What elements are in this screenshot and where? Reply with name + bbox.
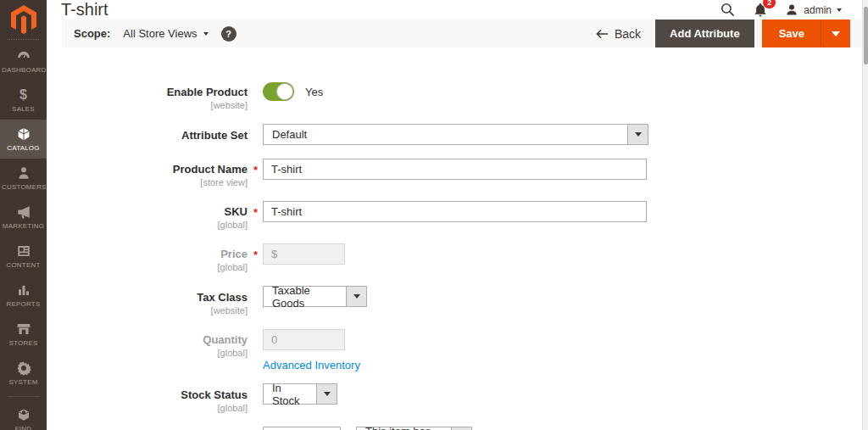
sidebar-item-label: CUSTOMERS xyxy=(2,183,45,192)
tax-class-select[interactable]: Taxable Goods xyxy=(263,286,367,307)
sidebar-item-label: FIND PARTNERS & EXTENSIONS xyxy=(2,425,45,430)
user-avatar-icon xyxy=(785,3,798,17)
sidebar-item-label: SYSTEM xyxy=(2,378,45,387)
chevron-down-icon xyxy=(837,8,842,12)
field-label: Stock Status [global] xyxy=(47,383,263,413)
scope-value: All Store Views xyxy=(123,27,197,40)
sidebar-item-marketing[interactable]: MARKETING xyxy=(0,198,47,237)
scope-note: [global] xyxy=(47,403,248,413)
page-actions-bar: Scope: All Store Views ? Back Add Attrib… xyxy=(62,20,862,47)
sidebar-item-customers[interactable]: CUSTOMERS xyxy=(0,159,47,198)
sidebar-item-reports[interactable]: REPORTS xyxy=(0,276,47,315)
sidebar-item-stores[interactable]: STORES xyxy=(0,315,47,354)
advanced-inventory-link[interactable]: Advanced Inventory xyxy=(263,359,360,371)
toggle-state-label: Yes xyxy=(305,86,323,98)
sidebar-divider xyxy=(8,396,39,397)
stores-icon xyxy=(2,321,45,337)
field-label: Enable Product [website] xyxy=(47,81,263,110)
sidebar: DASHBOARD $ SALES CATALOG CUSTOMERS MARK… xyxy=(0,0,47,430)
scope-note: [global] xyxy=(47,348,248,358)
magento-logo[interactable] xyxy=(0,0,47,39)
sidebar-item-sales[interactable]: $ SALES xyxy=(0,81,47,120)
save-button[interactable]: Save xyxy=(763,20,821,47)
toggle-knob xyxy=(276,83,293,100)
sidebar-item-label: CATALOG xyxy=(2,144,45,153)
product-form: Enable Product [website] Yes Attribute S… xyxy=(47,47,862,430)
weight-type-select[interactable]: This item has weight xyxy=(356,427,472,430)
quantity-row: Quantity [global] 0 Advanced Inventory xyxy=(47,329,862,371)
quantity-input: 0 xyxy=(263,329,345,350)
price-row: Price [global] * $ xyxy=(47,243,862,272)
sidebar-item-label: REPORTS xyxy=(2,300,45,309)
quantity-label: Quantity xyxy=(47,333,248,346)
sales-icon: $ xyxy=(2,87,45,103)
gear-icon xyxy=(2,360,45,376)
back-button[interactable]: Back xyxy=(596,27,641,41)
scope-note: [website] xyxy=(47,100,248,110)
dashboard-icon xyxy=(2,48,45,64)
sidebar-item-content[interactable]: CONTENT xyxy=(0,237,47,276)
required-asterisk: * xyxy=(253,206,258,219)
field-label: SKU [global] * xyxy=(47,201,263,230)
field-label: Attribute Set xyxy=(47,124,263,145)
chevron-down-icon xyxy=(203,32,209,36)
sidebar-item-label: SALES xyxy=(2,105,45,114)
reports-icon xyxy=(2,282,45,298)
field-label: Price [global] * xyxy=(47,243,263,272)
scope-label: Scope: xyxy=(74,27,110,40)
enable-product-toggle[interactable] xyxy=(263,82,294,101)
admin-user-menu[interactable]: admin xyxy=(785,3,842,17)
select-value: Default xyxy=(264,125,627,144)
page-scrollbar[interactable] xyxy=(862,0,868,430)
scope-note: [store view] xyxy=(47,177,248,187)
page-title: T-shirt xyxy=(61,0,108,20)
weight-input[interactable]: 1 lbs xyxy=(263,427,341,430)
caret-down-icon xyxy=(627,125,648,144)
stock-status-select[interactable]: In Stock xyxy=(263,383,337,405)
action-buttons: Back Add Attribute Save xyxy=(596,20,850,47)
tax-class-label: Tax Class xyxy=(47,291,248,304)
field-label: Quantity [global] xyxy=(47,329,263,371)
enable-product-row: Enable Product [website] Yes xyxy=(47,81,862,110)
attribute-set-label: Attribute Set xyxy=(47,129,248,142)
weight-row: Weight [global] 1 lbs This item has weig… xyxy=(47,427,862,430)
magento-admin-app: DASHBOARD $ SALES CATALOG CUSTOMERS MARK… xyxy=(0,0,868,430)
search-icon[interactable] xyxy=(720,2,736,18)
main-area: T-shirt 2 admin Scope: All Stor xyxy=(47,0,868,430)
notifications-bell-icon[interactable]: 2 xyxy=(753,2,768,18)
caret-down-icon xyxy=(346,287,366,306)
content-icon xyxy=(2,243,45,259)
product-name-label: Product Name xyxy=(47,163,248,176)
scope-note: [global] xyxy=(47,262,248,272)
sidebar-item-dashboard[interactable]: DASHBOARD xyxy=(0,42,47,81)
add-attribute-button[interactable]: Add Attribute xyxy=(655,20,754,47)
extensions-icon xyxy=(2,407,45,422)
price-label: Price xyxy=(47,248,248,260)
store-view-switcher[interactable]: All Store Views xyxy=(123,27,208,40)
required-asterisk: * xyxy=(253,249,258,261)
sidebar-item-label: STORES xyxy=(2,339,45,348)
field-label: Weight [global] xyxy=(47,427,263,430)
scope-note: [website] xyxy=(47,305,248,316)
page-header: T-shirt 2 admin xyxy=(47,0,862,20)
sku-input[interactable]: T-shirt xyxy=(263,201,647,222)
sku-row: SKU [global] * T-shirt xyxy=(47,201,862,230)
sidebar-item-system[interactable]: SYSTEM xyxy=(0,354,47,393)
scrollbar-thumb[interactable] xyxy=(864,7,868,64)
field-label: Product Name [store view] * xyxy=(47,159,263,187)
sidebar-item-catalog[interactable]: CATALOG xyxy=(0,120,47,159)
product-name-row: Product Name [store view] * T-shirt xyxy=(47,159,862,187)
sidebar-item-label: MARKETING xyxy=(2,222,45,231)
save-options-button[interactable] xyxy=(821,20,849,47)
select-value: Taxable Goods xyxy=(264,287,346,306)
product-name-input[interactable]: T-shirt xyxy=(263,159,647,180)
select-value: In Stock xyxy=(264,384,316,404)
caret-down-icon xyxy=(832,31,840,36)
tax-class-row: Tax Class [website] Taxable Goods xyxy=(47,286,862,316)
attribute-set-row: Attribute Set Default xyxy=(47,124,862,145)
attribute-set-select[interactable]: Default xyxy=(263,124,648,145)
sidebar-item-label: DASHBOARD xyxy=(2,66,45,75)
sidebar-item-find-partners[interactable]: FIND PARTNERS & EXTENSIONS xyxy=(0,400,47,430)
stock-status-row: Stock Status [global] In Stock xyxy=(47,383,862,413)
scope-help-icon[interactable]: ? xyxy=(221,26,236,42)
